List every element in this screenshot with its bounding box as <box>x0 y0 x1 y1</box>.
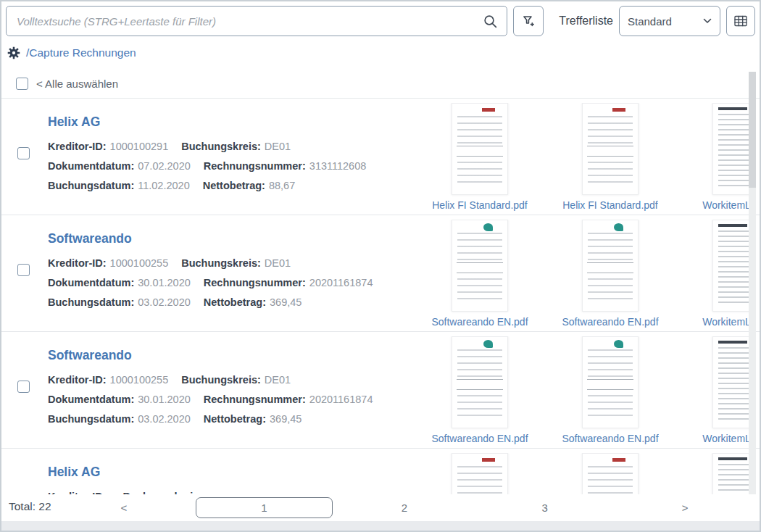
field-label: Dokumentdatum: <box>48 160 134 172</box>
attachments <box>415 453 749 494</box>
attachment-link[interactable]: Helix FI Standard.pdf <box>432 199 528 211</box>
doc-table-rule <box>457 262 503 273</box>
document-thumbnail[interactable] <box>582 336 639 428</box>
field-value: 3131112608 <box>309 160 367 172</box>
vendor-title[interactable]: Helix AG <box>48 115 366 130</box>
document-thumbnail[interactable] <box>452 220 508 312</box>
field-label: Nettobetrag: <box>203 180 265 191</box>
doc-table-rule <box>457 379 503 390</box>
add-filter-button[interactable] <box>513 6 544 36</box>
field-label: Buchungskreis: <box>181 141 261 152</box>
total-count: Total: 22 <box>9 500 51 513</box>
field-label: Buchungskreis: <box>181 374 261 386</box>
attachment: WorkitemLog_15 <box>675 220 749 330</box>
row-checkbox[interactable] <box>17 381 30 393</box>
doc-table-rule <box>587 146 633 157</box>
attachment-link[interactable]: Softwareando EN.pdf <box>431 316 528 328</box>
attachment <box>675 453 749 494</box>
row-info: Softwareando Kreditor-ID:1000100255Buchu… <box>48 231 373 312</box>
document-thumbnail[interactable] <box>712 453 749 494</box>
page-prev[interactable]: < <box>54 494 194 521</box>
field-label: Kreditor-ID: <box>48 374 107 386</box>
select-all-row: < Alle auswählen <box>16 78 118 90</box>
footer: Total: 22 < 1 2 3 > <box>1 494 760 521</box>
field-value: 88,67 <box>269 180 295 191</box>
invoice-row: Helix AG Kreditor-ID:1000100291Buchungsk… <box>1 99 760 215</box>
field-value: 1000100255 <box>110 374 169 386</box>
vendor-title[interactable]: Softwareando <box>48 348 373 363</box>
capture-invoices-page: Trefferliste Standard <box>0 0 761 532</box>
document-thumbnail[interactable] <box>452 103 508 195</box>
field-value: 369,45 <box>270 296 302 308</box>
field-value: DE01 <box>265 257 291 269</box>
page-2[interactable]: 2 <box>334 494 475 521</box>
invoice-row: Helix AG Kreditor-ID:Buchungskreis: <box>1 449 760 494</box>
field-label: Dokumentdatum: <box>48 394 134 405</box>
grid-icon <box>733 14 748 28</box>
document-thumbnail[interactable] <box>582 453 639 494</box>
row-checkbox[interactable] <box>17 147 30 159</box>
field-label: Kreditor-ID: <box>48 141 107 152</box>
attachment-link[interactable]: Helix FI Standard.pdf <box>562 199 658 211</box>
row-info: Softwareando Kreditor-ID:1000100255Buchu… <box>48 348 373 429</box>
view-select[interactable]: Standard <box>619 6 720 36</box>
field-label: Buchungskreis: <box>181 257 261 269</box>
field-value: 11.02.2020 <box>138 180 190 191</box>
field-value: 20201161874 <box>309 277 373 288</box>
document-thumbnail[interactable] <box>452 453 508 494</box>
field-value: DE01 <box>265 141 291 152</box>
attachment-link[interactable]: Softwareando EN.pdf <box>562 433 658 444</box>
field-value: 30.01.2020 <box>138 277 191 288</box>
invoice-row: Softwareando Kreditor-ID:1000100255Buchu… <box>1 332 760 449</box>
select-all-label: < Alle auswählen <box>36 78 118 90</box>
document-thumbnail[interactable] <box>712 220 749 312</box>
attachment: Helix FI Standard.pdf <box>545 103 675 213</box>
field-label: Nettobetrag: <box>204 413 266 425</box>
field-label: Rechnungsnummer: <box>204 160 306 172</box>
attachment-link[interactable]: Softwareando EN.pdf <box>562 316 658 328</box>
attachment: Softwareando EN.pdf <box>415 220 545 330</box>
results-list-label: Trefferliste <box>559 14 613 28</box>
document-thumbnail[interactable] <box>582 220 639 312</box>
pagination: < 1 2 3 > <box>54 494 755 521</box>
vendor-title[interactable]: Helix AG <box>48 465 206 480</box>
horizontal-scrollbar-track[interactable] <box>1 521 760 531</box>
breadcrumb-link[interactable]: /Capture Rechnungen <box>26 46 136 59</box>
vertical-scrollbar-track[interactable] <box>749 72 756 494</box>
table-view-button[interactable] <box>726 6 755 36</box>
field-label: Kreditor-ID: <box>48 257 107 269</box>
search-input[interactable] <box>15 14 483 28</box>
search-icon[interactable] <box>483 14 498 29</box>
vendor-title[interactable]: Softwareando <box>48 231 373 246</box>
document-thumbnail[interactable] <box>712 336 749 428</box>
document-thumbnail[interactable] <box>712 103 749 195</box>
attachment-link[interactable]: WorkitemLog_15 <box>702 316 749 328</box>
page-1-current[interactable]: 1 <box>194 494 335 521</box>
attachments: Softwareando EN.pdf Softwareando EN.pdf … <box>415 336 749 446</box>
doc-text-lines <box>588 466 633 494</box>
invoice-list: Helix AG Kreditor-ID:1000100291Buchungsk… <box>1 98 760 494</box>
page-3[interactable]: 3 <box>475 494 615 521</box>
attachment: Helix FI Standard.pdf <box>415 103 545 213</box>
row-fields: Kreditor-ID:1000100255Buchungskreis:DE01… <box>48 370 373 429</box>
field-label: Rechnungsnummer: <box>204 277 306 288</box>
row-checkbox[interactable] <box>17 264 30 276</box>
field-value: 03.02.2020 <box>138 296 191 308</box>
attachments: Helix FI Standard.pdf Helix FI Standard.… <box>415 103 749 213</box>
field-label: Buchungsdatum: <box>48 413 134 425</box>
vertical-scrollbar-thumb[interactable] <box>749 72 756 188</box>
select-all-checkbox[interactable] <box>16 78 28 90</box>
doc-text-lines <box>718 230 749 304</box>
search-field-wrap <box>6 6 507 36</box>
page-next[interactable]: > <box>615 494 755 521</box>
field-label: Rechnungsnummer: <box>204 394 306 405</box>
field-value: 1000100291 <box>110 141 169 152</box>
attachment-link[interactable]: Softwareando EN.pdf <box>431 433 528 444</box>
attachment-link[interactable]: WorkitemLog_15 <box>702 199 749 211</box>
document-thumbnail[interactable] <box>452 336 508 428</box>
field-value: 369,45 <box>270 413 302 425</box>
field-value: 07.02.2020 <box>138 160 191 172</box>
attachment-link[interactable]: WorkitemLog_15 <box>702 433 749 444</box>
field-value: 30.01.2020 <box>138 394 191 405</box>
document-thumbnail[interactable] <box>582 103 639 195</box>
